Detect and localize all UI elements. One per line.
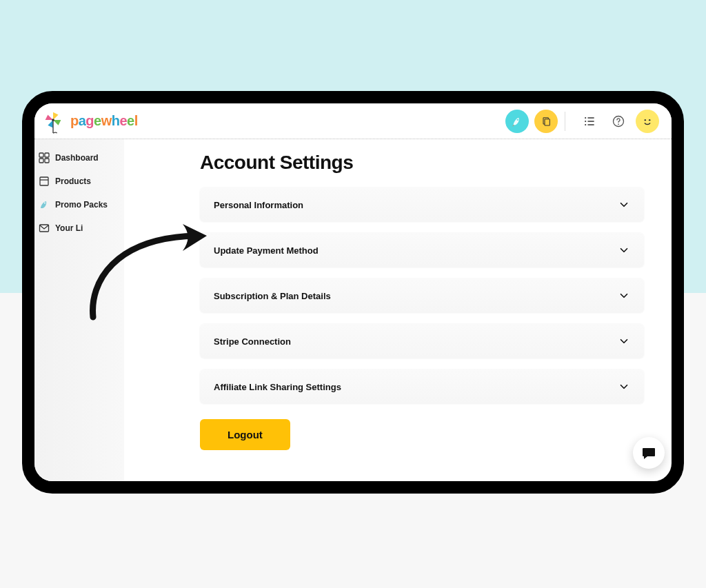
chevron-down-icon (618, 381, 630, 393)
page-title: Account Settings (200, 152, 644, 174)
chevron-down-icon (618, 335, 630, 347)
list-icon (583, 114, 596, 128)
profile-button[interactable] (636, 110, 659, 133)
logout-button[interactable]: Logout (200, 419, 290, 450)
svg-point-2 (517, 119, 518, 120)
sidebar-item-products[interactable]: Products (34, 170, 124, 193)
panel-label: Affiliate Link Sharing Settings (214, 382, 341, 392)
chat-icon (641, 445, 657, 461)
svg-rect-20 (40, 177, 48, 185)
main: Account Settings Personal Information Up… (124, 139, 672, 481)
svg-rect-17 (45, 153, 49, 157)
body: Dashboard Products Promo Packs (34, 139, 672, 481)
chat-fab[interactable] (633, 437, 665, 469)
copy-icon (541, 116, 552, 127)
app-root: pagewheel (34, 103, 672, 481)
svg-point-0 (52, 119, 54, 121)
panel-stripe-connection[interactable]: Stripe Connection (200, 324, 644, 358)
svg-point-5 (585, 116, 586, 118)
panel-personal-information[interactable]: Personal Information (200, 187, 644, 222)
topbar-divider (565, 112, 565, 131)
grid-icon (39, 152, 50, 163)
svg-rect-16 (39, 153, 43, 157)
svg-point-7 (585, 120, 586, 121)
sidebar-item-label: Promo Packs (55, 200, 108, 210)
svg-point-14 (645, 119, 646, 120)
svg-point-9 (585, 123, 586, 125)
tablet-frame: pagewheel (22, 91, 684, 494)
svg-point-22 (44, 203, 46, 204)
sidebar-item-your-list[interactable]: Your Li (34, 216, 124, 240)
rocket-button[interactable] (505, 110, 529, 133)
list-button[interactable] (578, 110, 601, 133)
chevron-down-icon (618, 244, 630, 256)
help-icon (612, 114, 625, 128)
panel-label: Stripe Connection (214, 336, 291, 347)
svg-rect-19 (45, 159, 49, 163)
sidebar-item-dashboard[interactable]: Dashboard (34, 146, 124, 170)
panel-label: Update Payment Method (214, 245, 319, 256)
brand[interactable]: pagewheel (40, 108, 138, 134)
sidebar-item-label: Products (55, 176, 91, 186)
copy-button[interactable] (534, 110, 558, 133)
panel-label: Subscription & Plan Details (214, 291, 331, 301)
svg-rect-4 (545, 119, 549, 125)
panel-update-payment-method[interactable]: Update Payment Method (200, 233, 644, 267)
svg-rect-18 (39, 159, 43, 163)
rocket-small-icon (39, 199, 50, 210)
svg-point-15 (649, 119, 650, 120)
svg-point-13 (641, 114, 654, 127)
svg-point-12 (618, 123, 619, 125)
pinwheel-icon (40, 108, 66, 134)
topbar: pagewheel (34, 103, 672, 139)
chevron-down-icon (618, 199, 630, 211)
help-button[interactable] (607, 110, 630, 133)
brand-wordmark: pagewheel (70, 113, 138, 129)
panel-label: Personal Information (214, 200, 303, 210)
box-icon (39, 176, 50, 187)
panel-affiliate-link-sharing[interactable]: Affiliate Link Sharing Settings (200, 369, 644, 404)
mail-icon (39, 223, 50, 234)
chevron-down-icon (618, 290, 630, 302)
sidebar-item-label: Dashboard (55, 153, 99, 163)
sidebar: Dashboard Products Promo Packs (34, 139, 124, 481)
panel-subscription-plan[interactable]: Subscription & Plan Details (200, 278, 644, 313)
sidebar-item-label: Your Li (55, 223, 83, 233)
sidebar-item-promo-packs[interactable]: Promo Packs (34, 193, 124, 216)
rocket-icon (511, 115, 523, 128)
smiley-icon (640, 114, 655, 129)
